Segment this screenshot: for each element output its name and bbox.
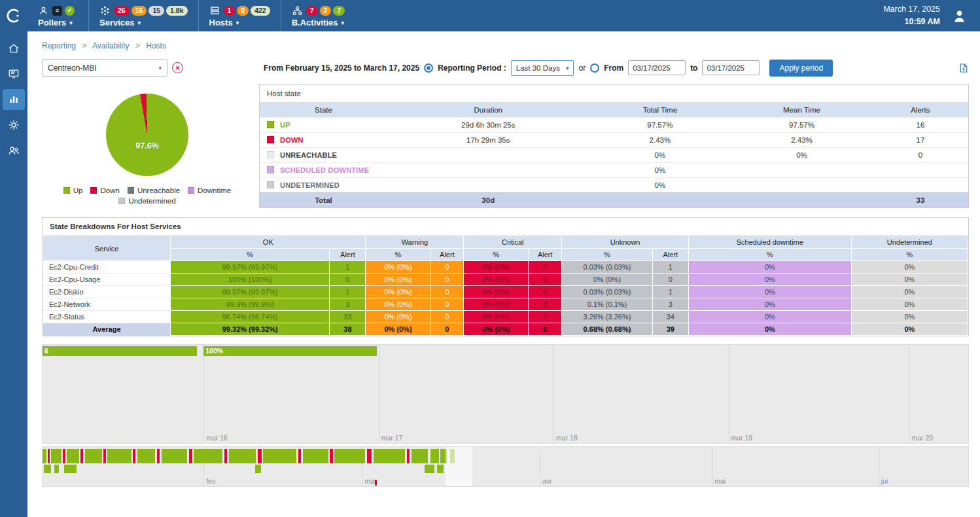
breakdown-title: State Breakdowns For Host Services <box>43 218 968 236</box>
state-cell: UNREACHABLE <box>260 148 387 163</box>
timeline-nav-band[interactable]: fevmaravrmaijui <box>42 446 969 487</box>
nav-status-badge[interactable]: 15 <box>149 6 164 16</box>
nav-services[interactable]: 2616151.8k Services ▾ <box>88 0 198 31</box>
col-scheduled-downtime: Scheduled downtime <box>688 236 851 249</box>
poller-list-badge[interactable]: ≡ <box>52 6 62 16</box>
legend-label: Downtime <box>198 187 231 194</box>
breadcrumb-separator: > <box>135 41 140 50</box>
current-date: March 17, 2025 <box>883 3 940 16</box>
availability-bar: 6 <box>43 346 197 356</box>
sidebar <box>0 31 27 517</box>
preset-period-radio[interactable] <box>424 63 433 73</box>
sidebar-item-reporting[interactable] <box>3 89 25 110</box>
host-state-row: DOWN17h 29m 35s2.43%2.43%17 <box>260 133 968 148</box>
nav-status-badge[interactable]: 2 <box>320 6 332 16</box>
nav-segment <box>194 449 222 463</box>
crit-pct-cell: 0% (0%) <box>464 274 529 286</box>
report-range-label: From February 15, 2025 to March 17, 2025 <box>264 63 419 73</box>
period-preset-select[interactable]: Last 30 Days ▾ <box>511 60 574 76</box>
breakdown-body: Ec2-Cpu-Credit99.97% (99.97%)10% (0%)00%… <box>43 261 968 336</box>
sidebar-item-home[interactable] <box>3 38 25 59</box>
service-cell: Ec2-Status <box>43 311 171 323</box>
breadcrumb-availability[interactable]: Availability <box>92 41 129 50</box>
nav-segment <box>137 449 155 463</box>
nav-status-badge[interactable]: 16 <box>131 6 147 16</box>
breadcrumb-reporting[interactable]: Reporting <box>42 41 76 50</box>
nav-status-badge[interactable]: 7 <box>333 6 345 16</box>
legend-label: Down <box>100 187 119 194</box>
nav-selection-window[interactable] <box>446 447 472 486</box>
sidebar-item-configuration[interactable] <box>3 115 25 135</box>
user-profile-icon[interactable] <box>951 7 968 25</box>
col-unk-alert: Alert <box>652 249 688 261</box>
total-mean-cell <box>731 193 873 208</box>
crit-alert-cell: 0 <box>529 323 562 336</box>
state-label: DOWN <box>280 136 304 144</box>
current-time: 10:59 AM <box>883 16 940 28</box>
top-bar: ≡ ✔ Pollers ▾ 2616151.8k <box>0 0 980 31</box>
timeline-gridline <box>909 345 909 443</box>
state-cell: UP <box>260 118 387 133</box>
poller-ok-badge[interactable]: ✔ <box>65 6 75 16</box>
host-state-title: Host state <box>260 85 968 103</box>
undet-pct-cell: 0% <box>851 311 968 323</box>
timeline-gridline <box>879 447 879 486</box>
host-state-row: UNREACHABLE0%0%0 <box>260 148 968 163</box>
nav-status-badge[interactable]: 26 <box>114 6 130 16</box>
host-filter-select[interactable]: Centreon-MBI ▾ <box>42 59 167 77</box>
users-icon <box>7 144 20 157</box>
breakdown-panel: State Breakdowns For Host Services Servi… <box>42 217 969 336</box>
nav-bactivities[interactable]: 727 B.Activities ▾ <box>281 0 356 31</box>
sched-pct-cell: 0% <box>688 323 851 336</box>
availability-pie-panel: 97.6% UpDownUnreachableDowntime Undeterm… <box>42 84 253 208</box>
mean-cell: 97.57% <box>731 118 873 133</box>
sidebar-item-monitoring[interactable] <box>3 63 25 84</box>
service-cell: Ec2-Cpu-Credit <box>43 261 171 274</box>
nav-segment <box>407 449 410 463</box>
alerts-cell: 17 <box>873 133 968 148</box>
breakdown-row: Ec2-Diskio99.97% (99.97%)10% (0%)00% (0%… <box>43 286 968 298</box>
breakdown-row: Ec2-Cpu-Usage100% (100%)00% (0%)00% (0%)… <box>43 274 968 286</box>
alerts-cell <box>873 163 968 178</box>
breakdown-table: Service OK Warning Critical Unknown Sche… <box>43 236 968 336</box>
host-state-row: UP29d 6h 30m 25s97.57%97.57%16 <box>260 118 968 133</box>
timeline-main-band[interactable]: mar 16mar 17mar 18mar 19mar 206100% <box>42 344 969 444</box>
nav-status-badge[interactable]: 7 <box>306 6 318 16</box>
custom-period-radio[interactable] <box>590 63 599 73</box>
nav-segment <box>303 449 328 463</box>
nav-pollers[interactable]: ≡ ✔ Pollers ▾ <box>27 0 88 31</box>
col-undetermined: Undetermined <box>851 236 968 249</box>
sidebar-item-administration[interactable] <box>3 140 25 161</box>
export-report-icon[interactable] <box>958 63 969 73</box>
state-color-square <box>267 181 274 188</box>
nav-status-badge[interactable]: 0 <box>237 6 249 16</box>
nav-segment <box>255 465 260 473</box>
nav-hosts-label: Hosts <box>209 18 233 27</box>
ok-pct-cell: 96.74% (96.74%) <box>171 311 330 323</box>
clear-host-filter-icon[interactable]: ✕ <box>172 62 183 73</box>
unk-pct-cell: 0% (0%) <box>562 274 653 286</box>
nav-hosts[interactable]: 10422 Hosts ▾ <box>198 0 281 31</box>
breadcrumb-hosts[interactable]: Hosts <box>146 41 166 50</box>
ok-pct-cell: 99.9% (99.9%) <box>171 298 330 311</box>
col-warn-pct: % <box>366 249 430 261</box>
nav-pollers-label: Pollers <box>38 18 66 27</box>
from-date-input[interactable] <box>628 60 686 75</box>
to-date-input[interactable] <box>702 60 760 75</box>
crit-alert-cell: 0 <box>529 261 562 274</box>
nav-status-badge[interactable]: 422 <box>251 6 270 16</box>
undet-pct-cell: 0% <box>851 261 968 274</box>
col-state: State <box>260 103 387 118</box>
apply-period-button[interactable]: Apply period <box>769 60 833 77</box>
availability-bar: 100% <box>203 346 377 356</box>
centreon-logo[interactable] <box>0 0 27 31</box>
warn-pct-cell: 0% (0%) <box>366 298 430 311</box>
nav-status-badge[interactable]: 1 <box>224 6 236 16</box>
timeline-gridline <box>729 345 729 443</box>
crit-alert-cell: 0 <box>529 311 562 323</box>
nav-status-badge[interactable]: 1.8k <box>166 6 187 16</box>
crit-pct-cell: 0% (0%) <box>464 261 529 274</box>
nav-bactivities-label: B.Activities <box>292 18 338 27</box>
breadcrumb: Reporting > Availability > Hosts <box>27 31 980 56</box>
pie-legend-row-2: Undetermined <box>118 197 175 205</box>
